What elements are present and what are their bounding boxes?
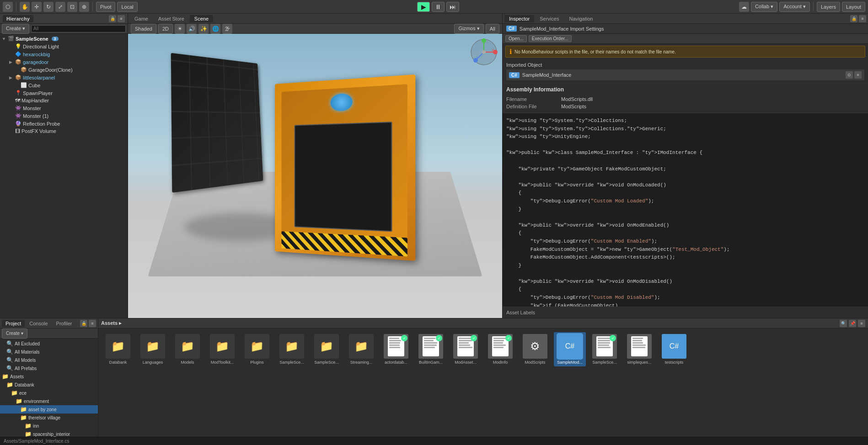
effects-icon[interactable]: ✨ [198,24,209,34]
project-tree-item[interactable]: 🔍All Materials [0,348,98,356]
tab-inspector[interactable]: Inspector [504,15,534,22]
hier-item-garagedoor[interactable]: ▶ 📦 garagedoor [0,58,128,66]
asset-grid-item[interactable]: 📁Streaming... [345,332,377,366]
layout-button[interactable]: Layout [842,2,865,12]
rotate-tool[interactable]: ↻ [43,2,54,12]
asset-grid-item[interactable]: 📁ModToolkit... [206,332,238,366]
inspector-lock-icon[interactable]: 🔒 [850,15,857,22]
project-tree-item[interactable]: 📁ece [0,389,98,397]
project-tree-item[interactable]: 📁asset by zone [0,405,98,413]
imported-select-icon[interactable]: ⊙ [846,71,853,79]
scale-tool[interactable]: ⤢ [55,2,65,12]
tab-scene[interactable]: Scene [190,15,213,22]
hier-item-reflection-probe[interactable]: 🔮 Reflection Probe [0,120,128,127]
hier-item-postfx-volume[interactable]: 🎞 PostFX Volume [0,127,128,135]
inspector-menu-icon[interactable]: ≡ [859,15,866,22]
tab-profiler[interactable]: Profiler [53,320,76,327]
open-button[interactable]: Open... [505,35,527,42]
rect-tool[interactable]: ⊡ [67,2,77,12]
collab-button[interactable]: Collab ▾ [751,2,777,12]
skybox-icon[interactable]: 🌐 [210,24,220,34]
asset-item-label: testscripts [665,360,684,365]
project-tree-item[interactable]: 🔍All Excluded [0,339,98,348]
assets-menu-icon[interactable]: ≡ [858,320,865,327]
asset-grid-item[interactable]: ✓ModInfo [484,332,516,366]
local-button[interactable]: Local [117,2,137,12]
svg-text:X: X [492,48,494,52]
project-tree-item[interactable]: 📁environment [0,397,98,405]
asset-grid-item[interactable]: C#SampleMod... [554,332,586,366]
2d-btn[interactable]: 2D [158,24,173,34]
assets-search-icon[interactable]: 🔍 [840,320,847,327]
asset-grid-item[interactable]: ✓SampleSce... [589,332,621,366]
hier-item-map-handler[interactable]: 🗺 MapHandler [0,97,128,104]
hierarchy-menu-icon[interactable]: ≡ [118,15,125,22]
hierarchy-search[interactable] [31,25,126,32]
tab-game[interactable]: Game [130,15,153,22]
asset-grid-item[interactable]: C#testscripts [658,332,690,366]
project-tree-item[interactable]: 📁spaceship_interior [0,430,98,437]
hierarchy-tab[interactable]: Hierarchy [3,15,33,22]
tab-services[interactable]: Services [535,15,563,22]
hand-tool[interactable]: ✋ [20,2,30,12]
scene-door-main [275,74,415,261]
project-tree-item[interactable]: 📁inn [0,422,98,430]
asset-grid-item[interactable]: 📁Languages [137,332,169,366]
asset-grid-item[interactable]: ✓ModAsset... [450,332,482,366]
layers-button[interactable]: Layers [817,2,840,12]
project-tree-item[interactable]: 🔍All Prefabs [0,364,98,372]
project-lock-icon[interactable]: 🔒 [80,320,87,327]
hierarchy-lock-icon[interactable]: 🔒 [109,15,116,22]
project-tree-item[interactable]: 🔍All Models [0,356,98,364]
asset-grid-item[interactable]: ⚙ModScripts [519,332,551,366]
tab-asset-store[interactable]: Asset Store [154,15,189,22]
hier-item-monster[interactable]: 👾 Monster [0,104,128,112]
asset-grid-item[interactable]: simpleques... [623,332,655,366]
scene-view[interactable]: X Y Z [128,34,502,318]
pivot-button[interactable]: Pivot [96,2,115,12]
filename-label: Filename [506,96,561,102]
imported-menu-icon[interactable]: ≡ [854,71,862,79]
cloud-icon[interactable]: ☁ [739,2,749,12]
hier-item-garagedoor-clone[interactable]: 📦 GarageDoor(Clone) [0,66,128,74]
all-btn[interactable]: All [486,24,499,34]
door-screen [294,122,392,231]
step-button[interactable]: ⏭ [446,2,459,12]
hier-item-cube[interactable]: ⬜ Cube [0,81,128,89]
fog-icon[interactable]: 🌫 [222,24,232,34]
tab-console[interactable]: Console [26,320,51,327]
project-tree-item[interactable]: 📁therelsor village [0,413,98,422]
hier-item-directional-light[interactable]: 💡 Directional Light [0,42,128,50]
asset-grid-item[interactable]: 📁SampleSce... [276,332,308,366]
hier-item-hexarockbig[interactable]: 🔷 hexarockbig [0,50,128,58]
audio-icon[interactable]: 🔊 [187,24,197,34]
execution-order-button[interactable]: Execution Order... [529,35,572,42]
project-tree-item[interactable]: 📁Databank [0,381,98,389]
asset-grid-item[interactable]: 📁Models [171,332,204,366]
tab-navigation[interactable]: Navigation [564,15,597,22]
transform-tool[interactable]: ⊕ [79,2,89,12]
pause-button[interactable]: ⏸ [432,2,445,12]
assets-pin-icon[interactable]: 📌 [849,320,856,327]
asset-grid-item[interactable]: ✓actordatab... [380,332,412,366]
asset-grid-item[interactable]: 📁Plugins [241,332,273,366]
hier-item-spawn-player[interactable]: 📍 SpawnPlayer [0,89,128,97]
hier-item-littlesolarpanel[interactable]: ▶ 📦 littlesolarpanel [0,74,128,81]
lighting-icon[interactable]: ☀ [175,24,185,34]
tab-project[interactable]: Project [2,320,25,327]
play-button[interactable]: ▶ [417,2,430,12]
asset-grid-item[interactable]: 📁Databank [102,332,134,366]
account-button[interactable]: Account ▾ [779,2,810,12]
shaded-btn[interactable]: Shaded [131,24,156,34]
project-tree-item[interactable]: 📁Assets [0,372,98,381]
scene-root-item[interactable]: ▼ 🎬 SampleScene 3 [0,35,128,42]
asset-item-label: SampleSce... [279,360,304,365]
project-create-btn[interactable]: Create ▾ [2,328,27,339]
gizmos-btn[interactable]: Gizmos ▾ [454,24,483,34]
asset-grid-item[interactable]: 📁SampleSce... [311,332,343,366]
hier-item-monster-1[interactable]: 👾 Monster (1) [0,112,128,120]
project-menu-icon[interactable]: ≡ [89,320,96,327]
move-tool[interactable]: ✛ [32,2,42,12]
asset-grid-item[interactable]: ✓BuiltInGam... [415,332,447,366]
create-button[interactable]: Create ▾ [2,24,29,34]
